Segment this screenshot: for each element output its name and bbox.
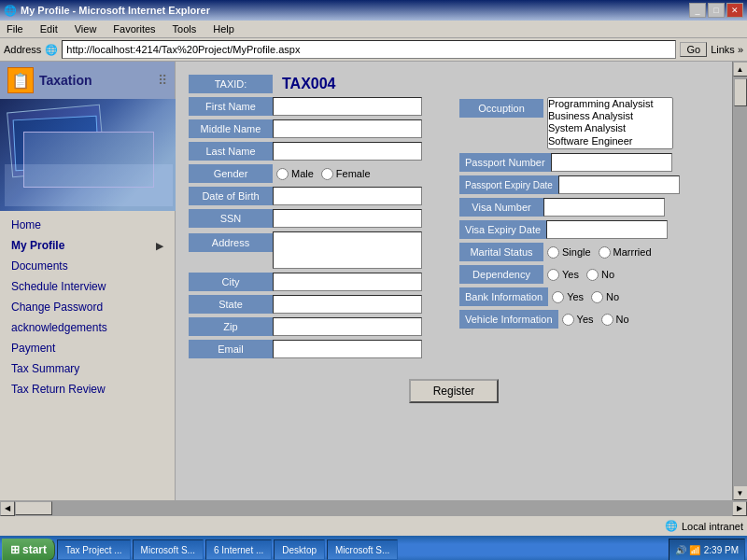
city-input[interactable] (273, 273, 422, 291)
taskbar-item-internet[interactable]: 6 Internet ... (205, 539, 272, 560)
sidebar-item-payment[interactable]: Payment (0, 338, 175, 358)
visa-expiry-row: Visa Expiry Date (459, 220, 680, 239)
firstname-input[interactable] (273, 97, 422, 116)
sidebar-item-changepassword[interactable]: Change Password (0, 297, 175, 317)
bank-yes-label: Yes (552, 291, 584, 303)
taxation-icon: 📋 (7, 67, 34, 93)
menu-tools[interactable]: Tools (170, 22, 200, 35)
marital-single-radio[interactable] (547, 246, 559, 259)
address-input[interactable] (273, 231, 422, 269)
menu-view[interactable]: View (72, 22, 100, 35)
dob-label: Date of Birth (189, 187, 273, 205)
window-title: My Profile - Microsoft Internet Explorer (21, 5, 210, 16)
sidebar-item-home[interactable]: Home (0, 215, 175, 235)
taskbar-item-tax[interactable]: Tax Project ... (57, 539, 131, 560)
scroll-thumb[interactable] (734, 78, 747, 106)
state-row: State (189, 295, 422, 314)
taskbar-item-desktop[interactable]: Desktop (274, 539, 325, 560)
bank-no-label: No (591, 291, 619, 303)
passport-expiry-input[interactable] (558, 175, 680, 194)
taskbar-item-ms1[interactable]: Microsoft S... (133, 539, 204, 560)
ssn-input[interactable] (273, 209, 422, 228)
gender-male-label: Male (276, 168, 314, 180)
menu-file[interactable]: File (4, 22, 26, 35)
address-row: Address (189, 231, 422, 269)
middlename-row: Middle Name (189, 119, 422, 138)
vehicle-no-radio[interactable] (601, 314, 613, 326)
marital-status-row: Marital Status Single Marrried (459, 243, 680, 261)
dependency-no-radio[interactable] (586, 269, 599, 281)
scroll-track[interactable] (733, 77, 747, 485)
sidebar-item-taxreturn[interactable]: Tax Return Review (0, 379, 175, 399)
register-container: Register (189, 370, 719, 403)
menu-favorites[interactable]: Favorites (110, 22, 158, 35)
occupation-label: Occuption (459, 99, 543, 118)
passport-expiry-label: Passport Expiry Date (459, 175, 558, 194)
globe-status-icon: 🌐 (665, 520, 678, 532)
sidebar-drag-handle: ⠿ (158, 73, 167, 88)
occupation-select[interactable]: Programming Analysist Business Analysist… (547, 97, 673, 149)
address-input[interactable] (62, 40, 676, 59)
links-label[interactable]: Links » (711, 44, 743, 55)
middlename-input[interactable] (273, 119, 422, 138)
dependency-yes-radio[interactable] (547, 269, 559, 281)
scroll-right-btn[interactable]: ▶ (732, 501, 747, 516)
sidebar-item-documents[interactable]: Documents (0, 256, 175, 276)
visa-expiry-input[interactable] (546, 220, 668, 239)
occupation-row: Occuption Programming Analysist Business… (459, 97, 680, 149)
marital-married-radio[interactable] (599, 246, 611, 259)
marital-status-label: Marital Status (459, 243, 543, 261)
state-input[interactable] (273, 295, 422, 314)
sidebar-item-myprofile[interactable]: My Profile ▶ (0, 235, 175, 256)
passport-number-input[interactable] (551, 153, 672, 172)
h-scroll-thumb[interactable] (15, 501, 52, 515)
sidebar: 📋 Taxation ⠿ Home My Profile ▶ Documents (0, 62, 176, 500)
sidebar-item-taxsummary[interactable]: Tax Summary (0, 358, 175, 379)
horizontal-scrollbar[interactable]: ◀ ▶ (0, 500, 747, 515)
dob-input[interactable] (273, 187, 422, 205)
sidebar-header: 📋 Taxation ⠿ (0, 62, 175, 99)
zip-label: Zip (189, 317, 273, 336)
h-scroll-track[interactable] (15, 501, 732, 515)
bank-no-radio[interactable] (591, 291, 603, 303)
sidebar-item-schedule[interactable]: Schedule Interview (0, 276, 175, 297)
lastname-row: Last Name (189, 142, 422, 161)
lastname-input[interactable] (273, 142, 422, 161)
gender-options: Male Female (276, 168, 371, 180)
vehicle-yes-radio[interactable] (562, 314, 574, 326)
state-label: State (189, 295, 273, 314)
start-button[interactable]: ⊞ start (2, 539, 55, 560)
zone-text: Local intranet (682, 521, 743, 532)
browser-content: 📋 Taxation ⠿ Home My Profile ▶ Documents (0, 62, 747, 500)
address-label: Address (4, 44, 41, 55)
minimize-btn[interactable]: _ (689, 3, 706, 18)
passport-expiry-row: Passport Expiry Date (459, 175, 680, 194)
register-button[interactable]: Register (409, 379, 500, 403)
vehicle-info-label: Vehicle Information (459, 310, 558, 329)
zip-input[interactable] (273, 317, 422, 336)
scroll-down-btn[interactable]: ▼ (733, 485, 748, 500)
bank-info-row: Bank Information Yes No (459, 287, 680, 306)
gender-male-radio[interactable] (276, 168, 289, 180)
city-row: City (189, 273, 422, 291)
bank-info-label: Bank Information (459, 287, 548, 306)
sidebar-item-acknowledgements[interactable]: acknowledgements (0, 317, 175, 338)
vertical-scrollbar[interactable]: ▲ ▼ (732, 62, 747, 500)
maximize-btn[interactable]: □ (708, 3, 725, 18)
dependency-yes-label: Yes (547, 269, 579, 281)
vehicle-yes-label: Yes (562, 314, 594, 326)
go-button[interactable]: Go (680, 42, 707, 57)
visa-number-input[interactable] (543, 198, 665, 217)
bank-yes-radio[interactable] (552, 291, 564, 303)
taskbar-item-ms2[interactable]: Microsoft S... (327, 539, 398, 560)
gender-female-radio[interactable] (321, 168, 333, 180)
email-input[interactable] (273, 340, 422, 358)
scroll-up-btn[interactable]: ▲ (733, 62, 748, 77)
marital-options: Single Marrried (547, 246, 652, 259)
close-btn[interactable]: ✕ (726, 3, 743, 18)
scroll-left-btn[interactable]: ◀ (0, 501, 15, 516)
taskbar-time: 2:39 PM (704, 545, 739, 555)
menu-edit[interactable]: Edit (37, 22, 61, 35)
menu-help[interactable]: Help (210, 22, 237, 35)
windows-icon: ⊞ (10, 543, 20, 556)
